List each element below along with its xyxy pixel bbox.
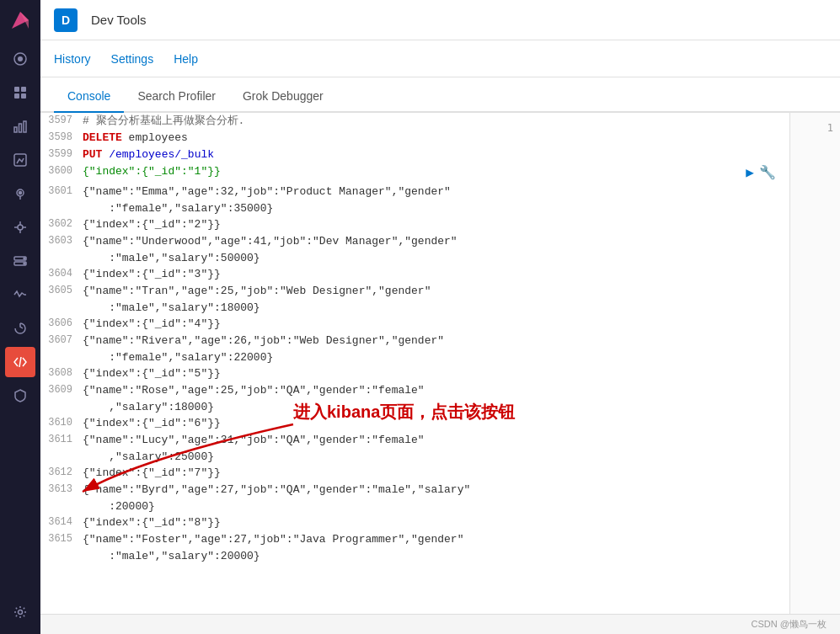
footer: CSDN @懒鸟一枚: [40, 614, 840, 634]
table-row: 3613 {"name":"Byrd","age":27,"job":"QA",…: [40, 482, 789, 514]
tabs-bar: Console Search Profiler Grok Debugger: [40, 77, 840, 113]
table-row: 3601 {"name":"Emma","age":32,"job":"Prod…: [40, 184, 789, 216]
table-row: 3604 {"index":{"_id":"3"}}: [40, 266, 789, 283]
sidebar-item-uptime[interactable]: [5, 313, 35, 344]
table-row: 3609 {"name":"Rose","age":25,"job":"QA",…: [40, 382, 789, 415]
sidebar-item-discover[interactable]: [5, 44, 35, 74]
svg-point-19: [19, 610, 23, 615]
table-row: 3610 {"index":{"_id":"6"}}: [40, 415, 789, 432]
table-row: 3606 {"index":{"_id":"4"}}: [40, 316, 789, 333]
svg-point-14: [18, 225, 23, 230]
kibana-logo: [7, 7, 34, 34]
svg-rect-8: [14, 127, 17, 132]
watermark: CSDN @懒鸟一枚: [752, 618, 827, 631]
editor-area: 3597 # 聚合分析基础上再做聚合分析. 3598 DELETE employ…: [40, 113, 840, 614]
right-gutter: 1: [789, 113, 840, 614]
sidebar: [0, 0, 40, 634]
table-row: 3600 {"index":{"_id":"1"}} ▶ 🔧: [40, 163, 789, 184]
svg-point-17: [24, 258, 25, 259]
main-content: D Dev Tools History Settings Help Consol…: [40, 0, 840, 634]
table-row: 3612 {"index":{"_id":"7"}}: [40, 465, 789, 482]
table-row: 3599 PUT /employees/_bulk: [40, 147, 789, 163]
table-row: 3598 DELETE employees: [40, 130, 789, 147]
table-row: 3597 # 聚合分析基础上再做聚合分析.: [40, 113, 789, 130]
gutter-line-1: 1: [790, 120, 840, 136]
sidebar-item-devtools[interactable]: [5, 347, 35, 377]
svg-rect-5: [21, 87, 26, 92]
table-row: 3603 {"name":"Underwood","age":41,"job":…: [40, 233, 789, 266]
code-lines: 3597 # 聚合分析基础上再做聚合分析. 3598 DELETE employ…: [40, 113, 789, 564]
sidebar-item-dashboard[interactable]: [5, 77, 35, 108]
tab-console[interactable]: Console: [54, 81, 124, 113]
table-row: 3615 {"name":"Foster","age":27,"job":"Ja…: [40, 531, 789, 564]
sidebar-item-canvas[interactable]: [5, 145, 35, 175]
sidebar-item-visualize[interactable]: [5, 111, 35, 141]
table-row: 3611 {"name":"Lucy","age":31,"job":"QA",…: [40, 432, 789, 465]
sidebar-item-apm[interactable]: [5, 280, 35, 310]
table-row: 3605 {"name":"Tran","age":25,"job":"Web …: [40, 283, 789, 316]
table-row: 3607 {"name":"Rivera","age":26,"job":"We…: [40, 333, 789, 365]
table-row: 3608 {"index":{"_id":"5"}}: [40, 365, 789, 382]
app-title: Dev Tools: [91, 13, 147, 27]
svg-point-13: [19, 192, 22, 194]
sidebar-item-management[interactable]: [5, 597, 35, 627]
table-row: 3602 {"index":{"_id":"2"}}: [40, 216, 789, 233]
action-icons: ▶ 🔧: [746, 163, 783, 184]
svg-point-18: [24, 263, 25, 264]
sidebar-item-maps[interactable]: [5, 178, 35, 209]
svg-point-3: [18, 56, 23, 61]
tab-grok-debugger[interactable]: Grok Debugger: [229, 81, 337, 113]
svg-rect-10: [24, 121, 26, 132]
tab-search-profiler[interactable]: Search Profiler: [124, 81, 229, 113]
topbar: D Dev Tools: [40, 0, 840, 40]
code-panel[interactable]: 3597 # 聚合分析基础上再做聚合分析. 3598 DELETE employ…: [40, 113, 789, 614]
sidebar-item-security[interactable]: [5, 381, 35, 411]
svg-rect-9: [19, 124, 22, 132]
nav-settings[interactable]: Settings: [111, 49, 154, 69]
run-icon[interactable]: ▶: [746, 163, 754, 184]
navbar: History Settings Help: [40, 40, 840, 77]
svg-rect-7: [21, 93, 26, 99]
sidebar-item-ml[interactable]: [5, 212, 35, 242]
nav-history[interactable]: History: [54, 49, 91, 69]
sidebar-item-infra[interactable]: [5, 246, 35, 276]
table-row: 3614 {"index":{"_id":"8"}}: [40, 514, 789, 531]
svg-rect-6: [14, 93, 19, 99]
nav-help[interactable]: Help: [174, 49, 198, 69]
wrench-icon[interactable]: 🔧: [759, 163, 776, 184]
app-icon: D: [54, 8, 78, 32]
svg-rect-4: [14, 87, 19, 92]
